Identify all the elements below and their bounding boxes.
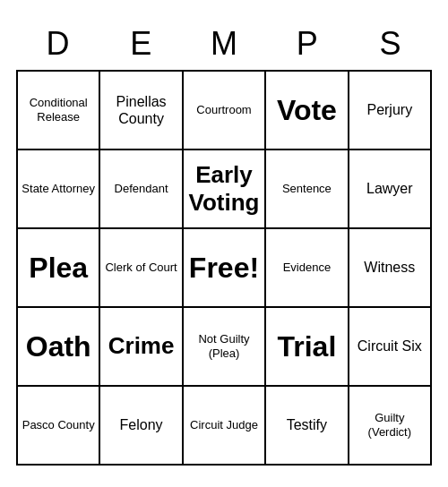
bingo-cell: Trial: [266, 308, 349, 387]
cell-text: Early Voting: [187, 161, 261, 217]
bingo-cell: Witness: [349, 229, 432, 308]
bingo-cell: Free!: [184, 229, 266, 308]
bingo-cell: Lawyer: [349, 150, 432, 229]
header-letter: D: [16, 21, 99, 66]
header-letter: M: [183, 21, 266, 66]
bingo-cell: Pasco County: [18, 387, 100, 466]
cell-text: Testify: [287, 416, 327, 433]
bingo-cell: Testify: [266, 387, 349, 466]
bingo-header: DEMPS: [16, 21, 432, 66]
bingo-cell: Pinellas County: [100, 72, 183, 150]
bingo-cell: Felony: [100, 387, 183, 466]
bingo-grid: Conditional ReleasePinellas CountyCourtr…: [16, 70, 432, 466]
cell-text: Crime: [108, 332, 175, 360]
cell-text: Circuit Six: [358, 337, 422, 355]
bingo-cell: Clerk of Court: [100, 229, 183, 308]
cell-text: State Attorney: [22, 182, 95, 196]
cell-text: Pinellas County: [104, 93, 177, 127]
cell-text: Witness: [364, 259, 415, 276]
header-letter: E: [99, 21, 183, 66]
bingo-cell: Perjury: [349, 72, 432, 150]
bingo-cell: Early Voting: [184, 150, 266, 229]
cell-text: Vote: [277, 93, 337, 127]
bingo-cell: Circuit Judge: [184, 387, 266, 466]
cell-text: Guilty (Verdict): [353, 411, 426, 439]
cell-text: Sentence: [282, 182, 332, 196]
bingo-cell: Guilty (Verdict): [349, 387, 432, 466]
cell-text: Lawyer: [366, 180, 413, 197]
bingo-cell: Crime: [100, 308, 183, 387]
bingo-cell: Evidence: [266, 229, 349, 308]
cell-text: Conditional Release: [22, 96, 95, 124]
bingo-cell: Not Guilty (Plea): [184, 308, 266, 387]
cell-text: Free!: [189, 251, 259, 285]
bingo-cell: Plea: [18, 229, 100, 308]
bingo-cell: Vote: [266, 72, 349, 150]
bingo-cell: Defendant: [100, 150, 183, 229]
bingo-cell: State Attorney: [18, 150, 100, 229]
bingo-cell: Sentence: [266, 150, 349, 229]
bingo-cell: Courtroom: [184, 72, 266, 150]
cell-text: Circuit Judge: [190, 418, 258, 432]
cell-text: Perjury: [366, 101, 412, 118]
cell-text: Oath: [26, 329, 91, 363]
cell-text: Evidence: [283, 261, 331, 275]
bingo-card: DEMPS Conditional ReleasePinellas County…: [9, 14, 439, 473]
bingo-cell: Conditional Release: [18, 72, 100, 150]
bingo-cell: Circuit Six: [349, 308, 432, 387]
cell-text: Felony: [120, 416, 163, 433]
cell-text: Trial: [277, 329, 336, 363]
cell-text: Not Guilty (Plea): [187, 332, 261, 360]
cell-text: Pasco County: [22, 418, 95, 432]
cell-text: Courtroom: [196, 103, 251, 117]
bingo-cell: Oath: [18, 308, 100, 387]
cell-text: Clerk of Court: [105, 261, 177, 275]
header-letter: S: [349, 21, 432, 66]
cell-text: Defendant: [115, 182, 168, 196]
cell-text: Plea: [29, 251, 88, 285]
header-letter: P: [265, 21, 349, 66]
